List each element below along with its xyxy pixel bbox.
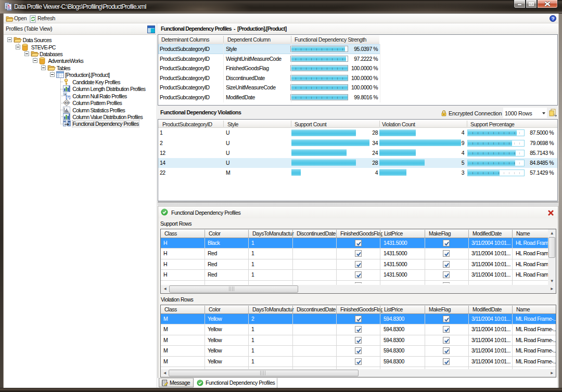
svg-text:[?]: [?] [66, 95, 70, 99]
svg-text:<>: <> [65, 100, 69, 105]
svg-text:?: ? [552, 16, 555, 21]
